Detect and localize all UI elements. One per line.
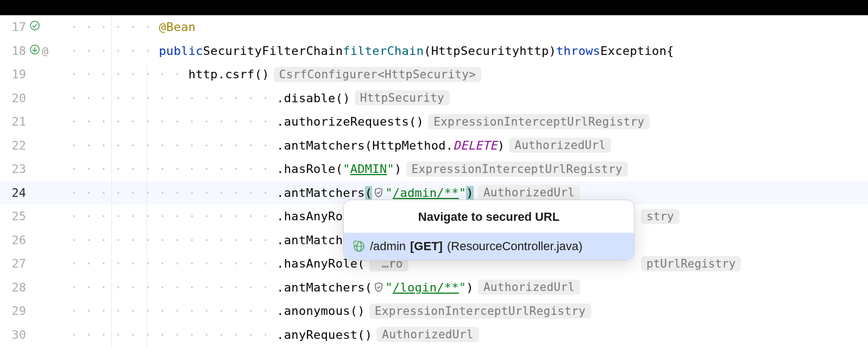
- type-hint-tail: stry: [641, 209, 680, 224]
- gutter[interactable]: 28: [0, 281, 71, 294]
- popup-item[interactable]: /admin [GET] (ResourceController.java): [344, 233, 634, 260]
- gutter[interactable]: 30: [0, 328, 71, 342]
- type-hint: HttpSecurity: [355, 90, 450, 106]
- svg-point-0: [30, 21, 39, 30]
- code-line-23[interactable]: 23 · · · · · · · · · · · · · · .hasRole(…: [0, 157, 868, 181]
- popup-path: /admin: [370, 239, 406, 253]
- gutter[interactable]: 21: [0, 115, 71, 128]
- line-number: 25: [10, 209, 26, 223]
- navigate-popup: Navigate to secured URL /admin [GET] (Re…: [343, 200, 634, 261]
- gutter[interactable]: 22: [0, 139, 71, 152]
- code-text[interactable]: · · · · · · · · · · · · · · .authorizeRe…: [71, 114, 650, 129]
- gutter[interactable]: 29: [0, 304, 71, 318]
- code-text[interactable]: · · · · · · · · · · · · · · .antMatchers…: [71, 138, 611, 153]
- type-hint: AuthorizedUrl: [478, 280, 580, 295]
- type-hint: AuthorizedUrl: [478, 185, 580, 200]
- type-hint: ExpressionInterceptUrlRegistry: [406, 162, 628, 177]
- code-text[interactable]: · · · · · · · · · · · · · · .disable()Ht…: [71, 90, 450, 106]
- url-pattern-link[interactable]: /login/**: [393, 281, 459, 294]
- at-icon[interactable]: @: [42, 44, 48, 57]
- line-number: 21: [10, 115, 26, 128]
- gutter[interactable]: 25: [0, 209, 71, 223]
- globe-icon: [353, 240, 366, 253]
- shield-icon[interactable]: [373, 187, 384, 198]
- code-line-30[interactable]: 30 · · · · · · · · · · · · · · .anyReque…: [0, 323, 868, 347]
- code-text[interactable]: · · · · · · · · http.csrf()CsrfConfigure…: [71, 67, 481, 82]
- line-number: 18: [10, 44, 26, 58]
- line-number: 19: [10, 67, 26, 81]
- gutter[interactable]: 27: [0, 257, 71, 270]
- gutter[interactable]: 19: [0, 67, 71, 81]
- line-number: 22: [10, 139, 26, 152]
- code-editor[interactable]: 17 · · · · · · @Bean 18 @ · · · · · · pu…: [0, 15, 868, 346]
- code-text[interactable]: · · · · · · · · · · · · · · .hasRole("AD…: [71, 162, 628, 177]
- popup-title: Navigate to secured URL: [344, 200, 634, 233]
- code-line-22[interactable]: 22 · · · · · · · · · · · · · · .antMatch…: [0, 134, 868, 158]
- line-number: 29: [10, 304, 26, 318]
- line-number: 30: [10, 328, 26, 342]
- line-number: 17: [10, 20, 26, 34]
- code-line-19[interactable]: 19 · · · · · · · · http.csrf()CsrfConfig…: [0, 63, 868, 86]
- type-hint-tail: ptUrlRegistry: [641, 256, 741, 271]
- code-text[interactable]: · · · · · · · · · · · · · · .anonymous()…: [71, 303, 591, 319]
- window-top-bar: [0, 0, 868, 15]
- popup-method: [GET]: [410, 239, 443, 253]
- type-hint: ExpressionInterceptUrlRegistry: [428, 114, 650, 129]
- gutter[interactable]: 26: [0, 233, 71, 247]
- code-line-21[interactable]: 21 · · · · · · · · · · · · · · .authoriz…: [0, 110, 868, 134]
- type-hint: CsrfConfigurer<HttpSecurity>: [274, 67, 481, 82]
- line-number: 27: [10, 257, 26, 270]
- line-number: 26: [10, 233, 26, 247]
- code-text[interactable]: · · · · · · · · · · · · · · .antMatchers…: [71, 233, 385, 247]
- code-text[interactable]: · · · · · · @Bean: [71, 20, 196, 34]
- line-number: 24: [10, 186, 26, 200]
- type-hint: AuthorizedUrl: [509, 138, 611, 153]
- code-line-28[interactable]: 28 · · · · · · · · · · · · · · .antMatch…: [0, 276, 868, 300]
- override-icon[interactable]: [29, 20, 40, 34]
- gutter[interactable]: 24: [0, 186, 71, 200]
- code-line-18[interactable]: 18 @ · · · · · · public SecurityFilterCh…: [0, 39, 868, 63]
- line-number: 20: [10, 91, 26, 105]
- type-hint: ExpressionInterceptUrlRegistry: [369, 303, 591, 319]
- gutter[interactable]: 18 @: [0, 44, 71, 58]
- code-text[interactable]: · · · · · · public SecurityFilterChain f…: [71, 44, 674, 58]
- url-pattern-link[interactable]: /admin/**: [393, 186, 459, 200]
- line-number: 28: [10, 281, 26, 294]
- popup-file: (ResourceController.java): [447, 239, 582, 253]
- gutter[interactable]: 20: [0, 91, 71, 105]
- code-line-17[interactable]: 17 · · · · · · @Bean: [0, 15, 868, 39]
- line-number: 23: [10, 162, 26, 176]
- gutter[interactable]: 17: [0, 20, 71, 34]
- override-icon[interactable]: [29, 44, 40, 58]
- type-hint: AuthorizedUrl: [376, 327, 479, 342]
- code-text[interactable]: · · · · · · · · · · · · · · .anyRequest(…: [71, 327, 479, 342]
- code-line-29[interactable]: 29 · · · · · · · · · · · · · · .anonymou…: [0, 299, 868, 323]
- gutter[interactable]: 23: [0, 162, 71, 176]
- shield-icon[interactable]: [373, 282, 384, 293]
- code-line-20[interactable]: 20 · · · · · · · · · · · · · · .disable(…: [0, 86, 868, 110]
